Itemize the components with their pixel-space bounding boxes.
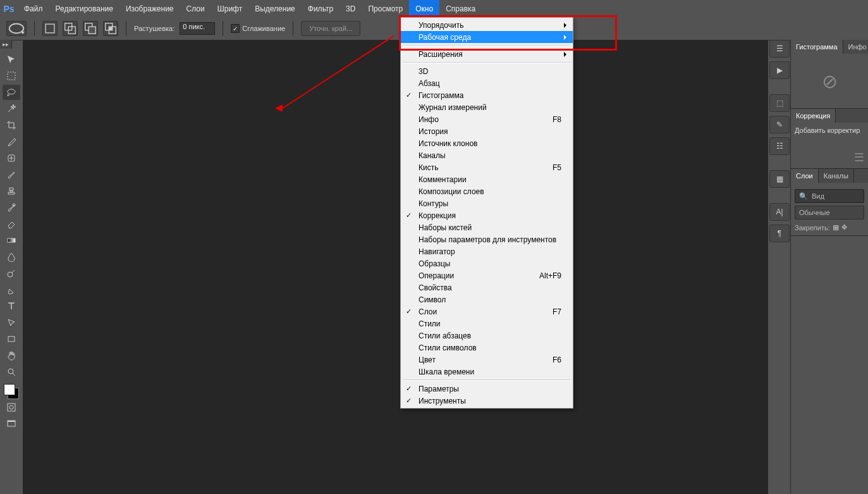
menu-item-композиции-слоев[interactable]: Композиции слоев xyxy=(401,185,573,197)
eyedropper-tool[interactable] xyxy=(3,134,20,149)
color-swatches[interactable] xyxy=(4,384,19,399)
properties-panel-icon[interactable]: ⬚ xyxy=(769,94,790,112)
antialias-option[interactable]: ✓ Сглаживание xyxy=(231,24,285,33)
menu-item-гистограмма[interactable]: ✓Гистограмма xyxy=(401,89,573,101)
tool-preset-picker[interactable] xyxy=(6,21,27,36)
menu-item-наборы-параметров-для-инструментов[interactable]: Наборы параметров для инструментов xyxy=(401,233,573,245)
layer-filter[interactable]: 🔍Вид xyxy=(795,189,864,203)
stamp-tool[interactable] xyxy=(3,183,20,199)
tab-adjustments[interactable]: Коррекция xyxy=(791,109,836,123)
swatches-panel-icon[interactable]: ▦ xyxy=(769,170,790,188)
menu-item-операции[interactable]: ОперацииAlt+F9 xyxy=(401,269,573,281)
selection-add-icon[interactable] xyxy=(63,21,78,36)
menu-3d[interactable]: 3D xyxy=(339,0,362,17)
menu-item-расширения[interactable]: Расширения xyxy=(401,48,573,60)
selection-subtract-icon[interactable] xyxy=(83,21,98,36)
actions-panel-icon[interactable]: ▶ xyxy=(769,61,790,79)
brush-panel-icon[interactable]: ✎ xyxy=(769,116,790,133)
menu-item-рабочая-среда[interactable]: Рабочая среда xyxy=(401,31,573,43)
rectangle-tool[interactable] xyxy=(3,331,20,347)
menu-item-источник-клонов[interactable]: Источник клонов xyxy=(401,137,573,149)
menu-справка[interactable]: Справка xyxy=(439,0,482,17)
type-tool[interactable] xyxy=(3,299,20,314)
path-sel-tool[interactable] xyxy=(3,315,20,330)
quick-mask-icon[interactable] xyxy=(3,400,20,415)
menu-item-кисть[interactable]: КистьF5 xyxy=(401,161,573,173)
menu-item-каналы[interactable]: Каналы xyxy=(401,149,573,161)
selection-intersect-icon[interactable] xyxy=(103,21,118,36)
menu-редактирование[interactable]: Редактирование xyxy=(49,0,119,17)
menu-шрифт[interactable]: Шрифт xyxy=(211,0,248,17)
hand-tool[interactable] xyxy=(3,348,20,363)
menu-item-коррекция[interactable]: ✓Коррекция xyxy=(401,209,573,221)
menu-item-образцы[interactable]: Образцы xyxy=(401,257,573,269)
menu-item-стили[interactable]: Стили xyxy=(401,318,573,330)
menu-item-слои[interactable]: ✓СлоиF7 xyxy=(401,306,573,318)
gradient-tool[interactable] xyxy=(3,233,20,248)
menu-item-3d[interactable]: 3D xyxy=(401,65,573,77)
paragraph-panel-icon[interactable]: ¶ xyxy=(769,225,790,242)
move-tool[interactable] xyxy=(3,52,20,67)
menu-item-комментарии[interactable]: Комментарии xyxy=(401,173,573,185)
crop-tool[interactable] xyxy=(3,118,20,133)
lock-pixels-icon[interactable]: ▦ xyxy=(833,223,839,232)
blend-mode-select[interactable]: Обычные xyxy=(795,206,864,219)
submenu-arrow-icon xyxy=(564,23,566,28)
menu-item-стили-абзацев[interactable]: Стили абзацев xyxy=(401,330,573,342)
canvas-area[interactable] xyxy=(23,40,768,494)
dodge-tool[interactable] xyxy=(3,266,20,281)
menu-выделение[interactable]: Выделение xyxy=(248,0,302,17)
layers-panel: Слои Каналы 🔍Вид Обычные Закрепить: ▦ ✥ xyxy=(791,169,868,236)
history-brush-tool[interactable] xyxy=(3,200,20,215)
adjustments-panel: Коррекция Добавить корректир ☰ xyxy=(791,109,868,169)
tab-layers[interactable]: Слои xyxy=(791,169,819,183)
presets-panel-icon[interactable]: ☷ xyxy=(769,137,790,155)
menu-item-контуры[interactable]: Контуры xyxy=(401,197,573,209)
menu-item-навигатор[interactable]: Навигатор xyxy=(401,245,573,257)
check-icon: ✓ xyxy=(406,307,412,316)
menu-item-символ[interactable]: Символ xyxy=(401,293,573,306)
menu-item-стили-символов[interactable]: Стили символов xyxy=(401,342,573,354)
refine-edge-button[interactable]: Уточн. край... xyxy=(301,21,360,36)
zoom-tool[interactable] xyxy=(3,364,20,380)
menu-item-шкала-времени[interactable]: Шкала времени xyxy=(401,366,573,378)
character-panel-icon[interactable]: A| xyxy=(769,203,790,221)
menu-item-абзац[interactable]: Абзац xyxy=(401,77,573,89)
menu-item-инфо[interactable]: ИнфоF8 xyxy=(401,113,573,125)
tab-info[interactable]: Инфо xyxy=(843,40,868,54)
menu-item-свойства[interactable]: Свойства xyxy=(401,281,573,293)
menu-item-упорядочить[interactable]: Упорядочить xyxy=(401,19,573,31)
feather-input[interactable]: 0 пикс. xyxy=(180,22,215,35)
selection-new-icon[interactable] xyxy=(42,21,58,36)
lasso-tool[interactable] xyxy=(3,85,20,100)
menu-item-параметры[interactable]: ✓Параметры xyxy=(401,383,573,395)
screen-mode-icon[interactable] xyxy=(3,416,20,431)
menu-слои[interactable]: Слои xyxy=(180,0,211,17)
menu-item-цвет[interactable]: ЦветF6 xyxy=(401,354,573,366)
menu-изображение[interactable]: Изображение xyxy=(119,0,180,17)
check-icon: ✓ xyxy=(406,91,412,99)
eraser-tool[interactable] xyxy=(3,216,20,232)
collapse-left-icon[interactable]: ▸▸ xyxy=(0,40,12,49)
tab-channels[interactable]: Каналы xyxy=(819,169,854,183)
menu-просмотр[interactable]: Просмотр xyxy=(362,0,409,17)
histogram-panel: Гистограмма Инфо ⊘ xyxy=(791,40,868,109)
lock-position-icon[interactable]: ✥ xyxy=(841,223,847,232)
menu-окно[interactable]: Окно xyxy=(409,0,439,17)
history-panel-icon[interactable]: ☰ xyxy=(769,40,790,58)
menu-item-наборы-кистей[interactable]: Наборы кистей xyxy=(401,221,573,233)
brush-tool[interactable] xyxy=(3,167,20,182)
wand-tool[interactable] xyxy=(3,101,20,116)
menu-item-инструменты[interactable]: ✓Инструменты xyxy=(401,395,573,407)
blur-tool[interactable] xyxy=(3,249,20,264)
menu-файл[interactable]: Файл xyxy=(18,0,49,17)
heal-tool[interactable] xyxy=(3,151,20,166)
check-icon: ✓ xyxy=(231,24,240,33)
marquee-tool[interactable] xyxy=(3,68,20,83)
tab-histogram[interactable]: Гистограмма xyxy=(791,40,843,54)
pen-tool[interactable] xyxy=(3,282,20,297)
menu-item-история[interactable]: История xyxy=(401,125,573,137)
menu-фильтр[interactable]: Фильтр xyxy=(302,0,339,17)
lock-label: Закрепить: xyxy=(795,224,830,232)
menu-item-журнал-измерений[interactable]: Журнал измерений xyxy=(401,101,573,113)
